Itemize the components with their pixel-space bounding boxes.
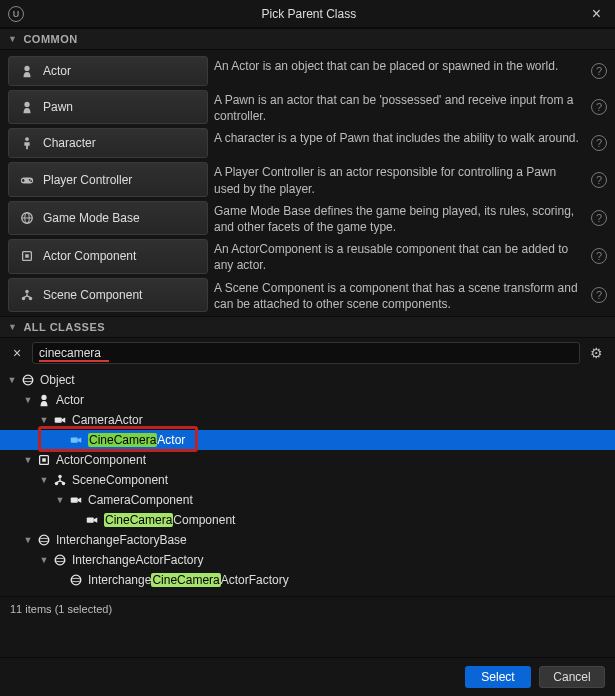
common-class-row: Game Mode BaseGame Mode Base defines the… [8, 201, 607, 235]
chevron-down-icon[interactable]: ▼ [38, 475, 50, 485]
class-tree: ▼Object▼Actor▼CameraActorCineCameraActor… [0, 368, 615, 596]
chevron-down-icon[interactable]: ▼ [22, 455, 34, 465]
sphere-icon [52, 553, 68, 567]
help-icon[interactable]: ? [591, 287, 607, 303]
common-class-row: CharacterA character is a type of Pawn t… [8, 128, 607, 158]
window-title: Pick Parent Class [32, 7, 586, 21]
scene-component-icon [52, 473, 68, 487]
search-field-wrap [32, 342, 580, 364]
class-option-scene-component[interactable]: Scene Component [8, 278, 208, 312]
svg-point-19 [23, 375, 33, 385]
camera-icon [68, 493, 84, 507]
svg-rect-22 [55, 417, 62, 422]
svg-line-31 [60, 481, 64, 483]
tree-node-label: InterchangeCineCameraActorFactory [88, 573, 289, 587]
class-option-pawn[interactable]: Pawn [8, 90, 208, 124]
class-option-game-mode-base[interactable]: Game Mode Base [8, 201, 208, 235]
class-tree-container: ▼Object▼Actor▼CameraActorCineCameraActor… [0, 368, 615, 596]
svg-point-21 [41, 395, 46, 400]
tree-node[interactable]: ▼Actor [0, 390, 615, 410]
sphere-icon [36, 533, 52, 547]
search-input[interactable] [39, 346, 573, 360]
app-logo: U [8, 6, 24, 22]
tree-node[interactable]: ▼SceneComponent [0, 470, 615, 490]
svg-line-17 [24, 296, 28, 298]
svg-point-2 [25, 138, 29, 142]
gear-icon[interactable]: ⚙ [586, 345, 607, 361]
svg-line-30 [57, 481, 61, 483]
section-common-header[interactable]: ▼ COMMON [0, 28, 615, 50]
scene-icon [19, 287, 35, 303]
dialog-footer: Select Cancel [0, 657, 615, 696]
svg-point-38 [71, 575, 81, 585]
class-option-label: Character [43, 136, 96, 150]
help-icon[interactable]: ? [591, 172, 607, 188]
class-option-description: Game Mode Base defines the game being pl… [214, 201, 585, 235]
svg-point-1 [24, 102, 29, 107]
globe-icon [19, 210, 35, 226]
svg-point-34 [39, 535, 49, 545]
char-icon [19, 135, 35, 151]
help-icon[interactable]: ? [591, 99, 607, 115]
class-option-label: Game Mode Base [43, 211, 140, 225]
tree-node[interactable]: ▼CameraActor [0, 410, 615, 430]
tree-node[interactable]: CineCameraComponent [0, 510, 615, 530]
chevron-down-icon[interactable]: ▼ [38, 415, 50, 425]
class-option-label: Actor Component [43, 249, 136, 263]
sphere-icon [20, 373, 36, 387]
clear-search-button[interactable]: × [8, 344, 26, 362]
tree-node[interactable]: ▼InterchangeActorFactory [0, 550, 615, 570]
class-option-description: A Pawn is an actor that can be 'possesse… [214, 90, 585, 124]
class-option-description: An Actor is an object that can be placed… [214, 56, 585, 86]
svg-line-18 [27, 296, 31, 298]
tree-node[interactable]: ▼Object [0, 370, 615, 390]
tree-node-label: CineCameraComponent [104, 513, 235, 527]
section-all-classes-header[interactable]: ▼ ALL CLASSES [0, 316, 615, 338]
common-class-row: Player ControllerA Player Controller is … [8, 162, 607, 196]
chevron-down-icon[interactable]: ▼ [54, 495, 66, 505]
class-option-actor[interactable]: Actor [8, 56, 208, 86]
svg-rect-5 [22, 179, 25, 180]
pawn-icon [19, 63, 35, 79]
help-icon[interactable]: ? [591, 210, 607, 226]
svg-point-39 [71, 578, 81, 582]
svg-point-35 [39, 538, 49, 542]
svg-rect-23 [71, 437, 78, 442]
close-icon[interactable]: × [586, 5, 607, 23]
class-option-description: A Scene Component is a component that ha… [214, 278, 585, 312]
class-option-actor-component[interactable]: Actor Component [8, 239, 208, 273]
tree-node[interactable]: ▼CameraComponent [0, 490, 615, 510]
chevron-down-icon[interactable]: ▼ [22, 395, 34, 405]
help-icon[interactable]: ? [591, 135, 607, 151]
help-icon[interactable]: ? [591, 63, 607, 79]
class-option-player-controller[interactable]: Player Controller [8, 162, 208, 196]
tree-node[interactable]: CineCameraActor [0, 430, 615, 450]
status-text: 11 items (1 selected) [0, 596, 615, 621]
svg-point-0 [24, 66, 29, 71]
common-class-row: PawnA Pawn is an actor that can be 'poss… [8, 90, 607, 124]
select-button[interactable]: Select [465, 666, 531, 688]
chevron-down-icon[interactable]: ▼ [6, 375, 18, 385]
svg-point-37 [55, 558, 65, 562]
chevron-down-icon[interactable]: ▼ [22, 535, 34, 545]
cancel-button[interactable]: Cancel [539, 666, 605, 688]
common-class-row: Actor ComponentAn ActorComponent is a re… [8, 239, 607, 273]
tree-node[interactable]: ▼ActorComponent [0, 450, 615, 470]
tree-node-label: ActorComponent [56, 453, 146, 467]
chevron-down-icon[interactable]: ▼ [38, 555, 50, 565]
class-option-label: Scene Component [43, 288, 142, 302]
class-option-character[interactable]: Character [8, 128, 208, 158]
tree-node-label: Actor [56, 393, 84, 407]
pawn-icon [19, 99, 35, 115]
tree-node[interactable]: ▼InterchangeFactoryBase [0, 530, 615, 550]
svg-rect-32 [71, 497, 78, 502]
help-icon[interactable]: ? [591, 248, 607, 264]
class-option-description: An ActorComponent is a reusable componen… [214, 239, 585, 273]
svg-point-20 [23, 378, 33, 382]
tree-node-label: InterchangeFactoryBase [56, 533, 187, 547]
sphere-icon [68, 573, 84, 587]
tree-node[interactable]: InterchangeCineCameraActorFactory [0, 570, 615, 590]
common-class-row: ActorAn Actor is an object that can be p… [8, 56, 607, 86]
tree-node-label: Object [40, 373, 75, 387]
svg-point-7 [30, 180, 32, 182]
